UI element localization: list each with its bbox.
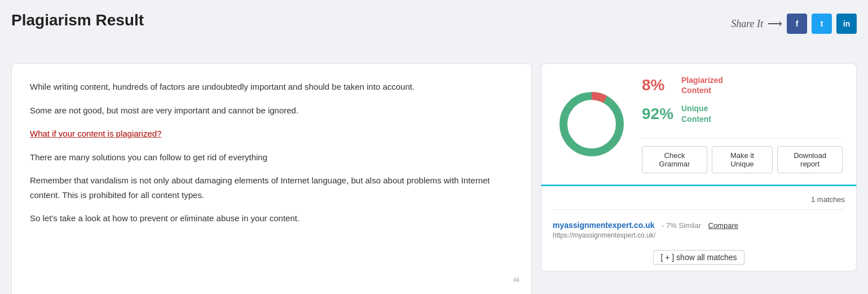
- match-similarity: - 7% Similar: [662, 221, 701, 230]
- matches-panel: 1 matches myassignmentexpert.co.uk - 7% …: [541, 186, 857, 271]
- plagiarized-stat: 8% PlagiarizedContent: [642, 75, 843, 95]
- share-linkedin-button[interactable]: in: [836, 14, 857, 34]
- match-item: myassignmentexpert.co.uk - 7% Similar Co…: [553, 216, 845, 244]
- match-site-link[interactable]: myassignmentexpert.co.uk: [553, 221, 655, 230]
- text-panel: While writing content, hundreds of facto…: [11, 63, 532, 294]
- share-bar: Share It ⟶ f t in: [731, 14, 857, 34]
- matches-count: 1 matches: [553, 192, 845, 210]
- unique-percent: 92%: [642, 105, 676, 123]
- donut-chart: [555, 87, 628, 161]
- share-facebook-button[interactable]: f: [787, 14, 807, 34]
- paragraph-1: While writing content, hundreds of facto…: [30, 80, 513, 94]
- unique-label: UniqueContent: [681, 103, 711, 124]
- action-buttons: Check Grammar Make it Unique Download re…: [642, 138, 843, 173]
- plagiarized-link[interactable]: What if your content is plagiarized?: [30, 126, 513, 141]
- svg-point-0: [563, 96, 620, 152]
- download-report-button[interactable]: Download report: [777, 146, 843, 173]
- make-unique-button[interactable]: Make it Unique: [712, 146, 773, 173]
- share-label: Share It: [731, 18, 763, 30]
- share-twitter-button[interactable]: t: [812, 14, 832, 34]
- quote-icon: ❝: [513, 275, 520, 291]
- paragraph-4: There are many solutions you can follow …: [30, 150, 513, 165]
- check-grammar-button[interactable]: Check Grammar: [642, 146, 707, 173]
- plagiarized-label: PlagiarizedContent: [681, 75, 723, 95]
- stats-numbers: 8% PlagiarizedContent 92% UniqueContent …: [642, 75, 843, 173]
- paragraph-5: Remember that vandalism is not only abou…: [30, 173, 513, 202]
- page-title: Plagiarism Result: [11, 11, 857, 29]
- show-all-matches[interactable]: [ + ] show all matches: [553, 253, 845, 262]
- paragraph-2: Some are not good, but most are very imp…: [30, 103, 513, 118]
- unique-stat: 92% UniqueContent: [642, 103, 843, 124]
- result-panel: 8% PlagiarizedContent 92% UniqueContent …: [541, 63, 857, 294]
- match-compare-link[interactable]: Compare: [708, 221, 738, 230]
- match-url: https://myassignmentexpert.co.uk/: [553, 231, 845, 239]
- stats-box: 8% PlagiarizedContent 92% UniqueContent …: [541, 63, 857, 186]
- share-arrow-icon: ⟶: [768, 17, 782, 30]
- paragraph-6: So let's take a look at how to prevent o…: [30, 211, 513, 226]
- plagiarized-percent: 8%: [642, 76, 676, 94]
